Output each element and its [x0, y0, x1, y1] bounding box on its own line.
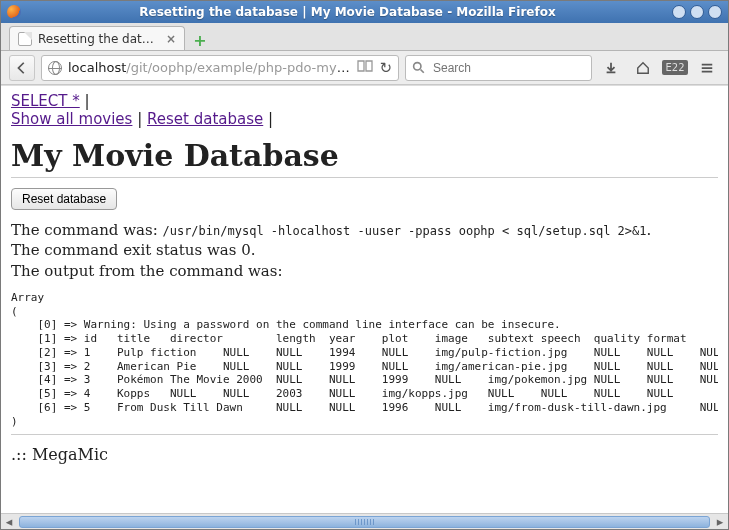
horizontal-scrollbar[interactable]: ◂ ▸ — [1, 513, 728, 529]
tab-label: Resetting the database | My … — [38, 32, 158, 46]
search-bar[interactable] — [405, 55, 592, 81]
tab-active[interactable]: Resetting the database | My … × — [9, 26, 185, 50]
link-show-all[interactable]: Show all movies — [11, 110, 132, 128]
url-path: /git/oophp/example/php-pdo-mysql/?route=… — [126, 60, 351, 75]
downloads-button[interactable] — [598, 55, 624, 81]
url-host: localhost — [68, 60, 126, 75]
nav-toolbar: localhost/git/oophp/example/php-pdo-mysq… — [1, 51, 728, 85]
reset-database-button[interactable]: Reset database — [11, 188, 117, 210]
command-output-label: The output from the command was: — [11, 262, 283, 280]
globe-icon — [48, 61, 62, 75]
hamburger-icon — [700, 61, 714, 75]
nav-sep: | — [263, 110, 273, 128]
url-text: localhost/git/oophp/example/php-pdo-mysq… — [68, 60, 351, 75]
scroll-left-arrow[interactable]: ◂ — [1, 515, 17, 529]
window-titlebar: Resetting the database | My Movie Databa… — [1, 1, 728, 23]
divider — [11, 434, 718, 435]
command-text: /usr/bin/mysql -hlocalhost -uuser -ppass… — [162, 224, 646, 238]
link-select[interactable]: SELECT * — [11, 92, 80, 110]
window-maximize-button[interactable] — [690, 5, 704, 19]
download-icon — [604, 61, 618, 75]
tab-close-icon[interactable]: × — [166, 32, 176, 46]
browser-window: Resetting the database | My Movie Databa… — [0, 0, 729, 530]
divider — [11, 177, 718, 178]
window-close-button[interactable] — [708, 5, 722, 19]
page-content: SELECT * | Show all movies | Reset datab… — [1, 86, 728, 476]
window-minimize-button[interactable] — [672, 5, 686, 19]
firefox-icon — [7, 5, 21, 19]
extension-button[interactable]: E22 — [662, 55, 688, 81]
scroll-track[interactable] — [17, 515, 712, 529]
search-icon — [412, 61, 425, 74]
home-icon — [636, 61, 650, 75]
svg-point-0 — [414, 63, 421, 70]
tab-strip: Resetting the database | My … × + — [1, 23, 728, 51]
arrow-left-icon — [15, 61, 29, 75]
command-prefix: The command was: — [11, 221, 162, 239]
reload-button[interactable]: ↻ — [379, 59, 392, 77]
scroll-thumb[interactable] — [19, 516, 710, 528]
new-tab-button[interactable]: + — [189, 30, 211, 50]
window-title: Resetting the database | My Movie Databa… — [27, 5, 668, 19]
search-input[interactable] — [431, 60, 585, 76]
command-output: Array ( [0] => Warning: Using a password… — [11, 291, 718, 429]
command-block: The command was: /usr/bin/mysql -hlocalh… — [11, 220, 718, 281]
back-button[interactable] — [9, 55, 35, 81]
page-footer: .:: MegaMic — [11, 445, 718, 464]
page-nav-links: SELECT * | Show all movies | Reset datab… — [11, 92, 718, 128]
reader-mode-icon[interactable] — [357, 60, 373, 75]
command-status: The command exit status was 0. — [11, 241, 255, 259]
link-reset[interactable]: Reset database — [147, 110, 263, 128]
book-icon — [357, 60, 373, 72]
menu-button[interactable] — [694, 55, 720, 81]
page-icon — [18, 32, 32, 46]
home-button[interactable] — [630, 55, 656, 81]
extension-badge: E22 — [662, 60, 687, 75]
scroll-grip-icon — [355, 519, 375, 525]
scroll-right-arrow[interactable]: ▸ — [712, 515, 728, 529]
nav-sep: | — [80, 92, 90, 110]
nav-sep: | — [132, 110, 147, 128]
page-viewport[interactable]: SELECT * | Show all movies | Reset datab… — [1, 85, 728, 513]
url-bar[interactable]: localhost/git/oophp/example/php-pdo-mysq… — [41, 55, 399, 81]
page-title: My Movie Database — [11, 138, 718, 173]
